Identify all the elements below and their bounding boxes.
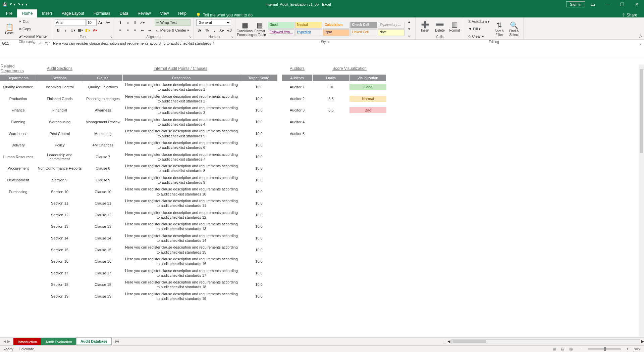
cell-limits[interactable] bbox=[313, 260, 350, 262]
cell-target-score[interactable]: 10.0 bbox=[240, 119, 278, 125]
insert-cells-button[interactable]: ➕Insert bbox=[418, 18, 432, 35]
cell-clause[interactable]: Quality Objectives bbox=[83, 84, 123, 90]
styles-more-icon[interactable]: ▿ bbox=[406, 33, 413, 40]
hscroll-left-icon[interactable]: ◀ bbox=[447, 339, 450, 344]
cell-department[interactable] bbox=[0, 214, 36, 216]
table-row[interactable]: PurchasingSection 10Clause 10Here you ca… bbox=[0, 186, 644, 197]
style-linked-cell[interactable]: Linked Cell bbox=[350, 29, 377, 36]
cell-auditor[interactable]: Auditor 1 bbox=[282, 84, 313, 90]
style-calculation[interactable]: Calculation bbox=[323, 22, 350, 29]
cell-target-score[interactable]: 10.0 bbox=[240, 258, 278, 264]
tab-insert[interactable]: Insert bbox=[37, 9, 57, 17]
cell-limits[interactable] bbox=[313, 202, 350, 204]
cell-description[interactable]: Here you can register clause description… bbox=[123, 104, 240, 116]
clear-button[interactable]: ◇Clear ▾ bbox=[467, 33, 491, 40]
align-left-icon[interactable]: ≡ bbox=[117, 27, 124, 34]
cell-visualization[interactable] bbox=[350, 133, 386, 135]
cell-department[interactable]: Human Resources bbox=[0, 154, 36, 160]
cell-section[interactable]: Section 16 bbox=[36, 258, 83, 264]
horizontal-scroll-thumb[interactable] bbox=[452, 340, 486, 343]
cell-department[interactable]: Warehouse bbox=[0, 131, 36, 137]
zoom-out-icon[interactable]: − bbox=[580, 347, 582, 351]
cell-description[interactable]: Here you can register clause description… bbox=[123, 128, 240, 139]
align-middle-icon[interactable]: ≡ bbox=[124, 19, 131, 26]
font-expander-icon[interactable]: ↘ bbox=[110, 36, 112, 39]
tab-view[interactable]: View bbox=[156, 9, 174, 17]
maximize-button[interactable]: ☐ bbox=[615, 2, 629, 7]
cell-auditor[interactable] bbox=[282, 272, 313, 274]
borders-button[interactable]: ▦▾ bbox=[77, 27, 84, 34]
worksheet-area[interactable]: Related Departments Audit Sections Inter… bbox=[0, 64, 644, 337]
cell-auditor[interactable] bbox=[282, 156, 313, 158]
cell-department[interactable] bbox=[0, 225, 36, 227]
cell-auditor[interactable]: Auditor 5 bbox=[282, 131, 313, 137]
style-check-cell[interactable]: Check Cell bbox=[350, 22, 377, 29]
cell-limits[interactable]: 10 bbox=[313, 84, 350, 90]
view-normal-icon[interactable]: ▦ bbox=[550, 347, 558, 351]
cell-visualization[interactable] bbox=[350, 121, 386, 123]
cell-description[interactable]: Here you can register clause description… bbox=[123, 197, 240, 209]
table-row[interactable]: PlanningWarehousingManagement ReviewHere… bbox=[0, 116, 644, 128]
cell-department[interactable] bbox=[0, 202, 36, 204]
cell-limits[interactable] bbox=[313, 225, 350, 227]
cell-target-score[interactable]: 10.0 bbox=[240, 212, 278, 218]
decrease-indent-icon[interactable]: ⇤ bbox=[139, 27, 146, 34]
horizontal-scrollbar[interactable] bbox=[451, 339, 640, 344]
table-row[interactable]: DeliveryPolicy4M ChangesHere you can reg… bbox=[0, 139, 644, 151]
cell-description[interactable]: Here you can register clause description… bbox=[123, 151, 240, 163]
table-row[interactable]: Quality AssuranceIncoming ControlQuality… bbox=[0, 81, 644, 93]
formula-bar-expand-icon[interactable]: ⌄ bbox=[637, 41, 644, 46]
increase-decimal-icon[interactable]: .0▸ bbox=[218, 27, 225, 34]
percent-format-icon[interactable]: % bbox=[204, 27, 210, 34]
sheet-nav-next-icon[interactable]: ▶ bbox=[7, 339, 10, 344]
number-format-select[interactable]: General bbox=[196, 19, 231, 26]
cell-target-score[interactable]: 10.0 bbox=[240, 247, 278, 253]
cell-description[interactable]: Here you can register clause description… bbox=[123, 163, 240, 174]
cell-clause[interactable]: Clause 10 bbox=[83, 189, 123, 195]
tab-home[interactable]: Home bbox=[17, 9, 37, 17]
cell-description[interactable]: Here you can register clause description… bbox=[123, 81, 240, 93]
table-row[interactable]: Section 15Clause 15Here you can register… bbox=[0, 244, 644, 256]
vertical-scroll-thumb[interactable] bbox=[640, 69, 643, 153]
cell-section[interactable]: Leadership and commitment bbox=[36, 152, 83, 162]
cell-clause[interactable]: Clause 9 bbox=[83, 177, 123, 183]
cell-description[interactable]: Here you can register clause description… bbox=[123, 139, 240, 151]
table-row[interactable]: ProcurementNon Conformance ReportsClause… bbox=[0, 163, 644, 174]
cell-limits[interactable] bbox=[313, 167, 350, 169]
table-row[interactable]: Human ResourcesLeadership and commitment… bbox=[0, 151, 644, 163]
table-row[interactable]: Section 18Clause 18Here you can register… bbox=[0, 279, 644, 291]
cell-department[interactable]: Delivery bbox=[0, 142, 36, 148]
cell-visualization[interactable] bbox=[350, 283, 386, 285]
cell-clause[interactable]: Clause 15 bbox=[83, 247, 123, 253]
paste-button[interactable]: 📋Paste bbox=[3, 21, 16, 37]
cell-section[interactable]: Section 9 bbox=[36, 177, 83, 183]
cell-target-score[interactable]: 10.0 bbox=[240, 200, 278, 206]
styles-scroll-up-icon[interactable]: ▴ bbox=[406, 18, 413, 25]
sheet-tab-audit-database[interactable]: Audit Database bbox=[76, 338, 112, 345]
cell-section[interactable]: Section 13 bbox=[36, 223, 83, 229]
vertical-scrollbar[interactable] bbox=[639, 64, 644, 337]
style-hyperlink[interactable]: Hyperlink bbox=[295, 29, 322, 36]
orientation-icon[interactable]: ⤢▾ bbox=[139, 19, 146, 26]
cell-section[interactable]: Finished Goods bbox=[36, 96, 83, 102]
hscroll-right-icon[interactable]: ▶ bbox=[641, 339, 644, 344]
cell-department[interactable]: Development bbox=[0, 177, 36, 183]
undo-icon[interactable]: ↶ ▾ bbox=[9, 2, 15, 7]
cell-visualization[interactable]: Bad bbox=[350, 107, 386, 113]
cell-limits[interactable] bbox=[313, 144, 350, 146]
cell-visualization[interactable] bbox=[350, 225, 386, 227]
cell-section[interactable]: Section 18 bbox=[36, 281, 83, 288]
align-top-icon[interactable]: ⬆ bbox=[117, 19, 124, 26]
cell-auditor[interactable] bbox=[282, 202, 313, 204]
cell-auditor[interactable] bbox=[282, 260, 313, 262]
cell-limits[interactable] bbox=[313, 133, 350, 135]
cell-limits[interactable] bbox=[313, 121, 350, 123]
cell-department[interactable] bbox=[0, 283, 36, 285]
cell-visualization[interactable] bbox=[350, 214, 386, 216]
conditional-formatting-button[interactable]: ▦Conditional Formatting bbox=[238, 21, 252, 37]
cell-clause[interactable]: Awarness bbox=[83, 107, 123, 113]
table-row[interactable]: Section 12Clause 12Here you can register… bbox=[0, 209, 644, 221]
cell-section[interactable]: Section 11 bbox=[36, 200, 83, 206]
sheet-tab-introduction[interactable]: Introduction bbox=[13, 338, 41, 345]
minimize-button[interactable]: — bbox=[600, 2, 614, 7]
